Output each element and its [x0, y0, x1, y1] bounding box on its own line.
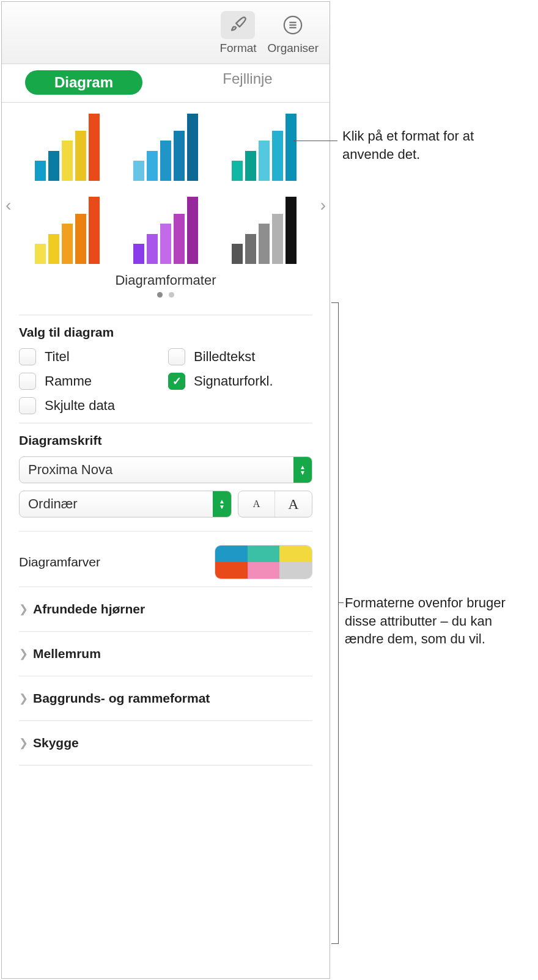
- checkbox-legend-label: Signaturforkl.: [194, 373, 273, 389]
- pager-dot-2[interactable]: [169, 292, 174, 298]
- checkbox-title-label: Titel: [45, 349, 70, 365]
- checkbox-icon: [19, 373, 36, 390]
- chart-styles-section: ‹ ›: [2, 103, 330, 307]
- disclosure-shadow-label: Skygge: [33, 736, 79, 750]
- chart-style-5[interactable]: [122, 197, 210, 264]
- toolbar-format-label: Format: [219, 42, 256, 55]
- toolbar-organize-label: Organiser: [268, 42, 319, 55]
- format-inspector-panel: Format Organiser Diagram Fejllinje ‹ ›: [1, 1, 330, 979]
- chevron-right-icon: ❯: [19, 647, 28, 660]
- checkbox-caption[interactable]: Billedtekst: [168, 348, 312, 365]
- chart-font-heading: Diagramskrift: [19, 433, 312, 448]
- font-family-value: Proxima Nova: [28, 462, 293, 478]
- disclosure-bgframe-label: Baggrunds- og rammeformat: [33, 691, 210, 706]
- chevron-right-icon: ❯: [19, 692, 28, 705]
- list-icon: [282, 15, 303, 35]
- tab-diagram[interactable]: Diagram: [2, 64, 166, 102]
- chevron-right-icon: ❯: [19, 602, 28, 616]
- font-weight-value: Ordinær: [28, 496, 213, 512]
- tab-diagram-label: Diagram: [25, 70, 142, 95]
- toolbar-format-button[interactable]: Format: [219, 11, 256, 55]
- chart-style-6[interactable]: [220, 197, 308, 264]
- checkbox-caption-label: Billedtekst: [194, 349, 255, 365]
- disclosure-bg-frame[interactable]: ❯ Baggrunds- og rammeformat: [19, 676, 312, 720]
- tab-errorbar[interactable]: Fejllinje: [166, 64, 330, 102]
- chart-styles-label: Diagramformater: [24, 272, 308, 288]
- checkbox-hidden-data[interactable]: Skjulte data: [19, 397, 163, 414]
- font-weight-select[interactable]: Ordinær ▲▼: [19, 491, 232, 517]
- checkbox-icon: [19, 397, 36, 414]
- chart-style-2[interactable]: [122, 114, 210, 181]
- toolbar: Format Organiser: [2, 2, 330, 64]
- disclosure-rounded-label: Afrundede hjørner: [33, 602, 145, 616]
- checkbox-checked-icon: ✓: [168, 373, 185, 390]
- checkbox-frame[interactable]: Ramme: [19, 373, 163, 390]
- toolbar-organize-button[interactable]: Organiser: [268, 11, 319, 55]
- font-size-larger-button[interactable]: A: [275, 491, 312, 517]
- chevron-left-icon[interactable]: ‹: [6, 196, 11, 215]
- checkbox-title[interactable]: Titel: [19, 348, 163, 365]
- tab-errorbar-label: Fejllinje: [223, 70, 272, 87]
- chart-style-3[interactable]: [220, 114, 308, 181]
- checkbox-icon: [19, 348, 36, 365]
- disclosure-spacing-label: Mellemrum: [33, 646, 101, 661]
- chevron-right-icon[interactable]: ›: [320, 196, 326, 215]
- checkbox-frame-label: Ramme: [45, 373, 92, 389]
- chart-options-heading: Valg til diagram: [19, 325, 312, 340]
- disclosure-spacing[interactable]: ❯ Mellemrum: [19, 631, 312, 676]
- disclosure-rounded-corners[interactable]: ❯ Afrundede hjørner: [19, 587, 312, 631]
- chart-colors-swatch[interactable]: [215, 545, 312, 579]
- pager-dot-1[interactable]: [157, 292, 163, 298]
- stepper-icon: ▲▼: [293, 457, 312, 483]
- stepper-icon: ▲▼: [213, 491, 231, 517]
- font-family-select[interactable]: Proxima Nova ▲▼: [19, 456, 312, 483]
- inspector-tabs: Diagram Fejllinje: [2, 64, 330, 103]
- disclosure-shadow[interactable]: ❯ Skygge: [19, 720, 312, 766]
- font-size-segment: A A: [238, 491, 312, 517]
- styles-pager: [24, 292, 308, 298]
- callout-apply-format: Klik på et format for at anvende det.: [342, 127, 526, 163]
- chart-colors-label: Diagramfarver: [19, 555, 100, 569]
- callout-bracket: [331, 302, 339, 944]
- callout-attributes: Formaterne ovenfor bruger disse attribut…: [345, 594, 528, 648]
- font-size-smaller-button[interactable]: A: [238, 491, 275, 517]
- checkbox-hidden-data-label: Skjulte data: [45, 398, 115, 414]
- paintbrush-icon: [227, 15, 248, 35]
- checkbox-icon: [168, 348, 185, 365]
- chevron-right-icon: ❯: [19, 736, 28, 750]
- chart-style-1[interactable]: [24, 114, 111, 181]
- chart-style-4[interactable]: [24, 197, 111, 264]
- checkbox-legend[interactable]: ✓ Signaturforkl.: [168, 373, 312, 390]
